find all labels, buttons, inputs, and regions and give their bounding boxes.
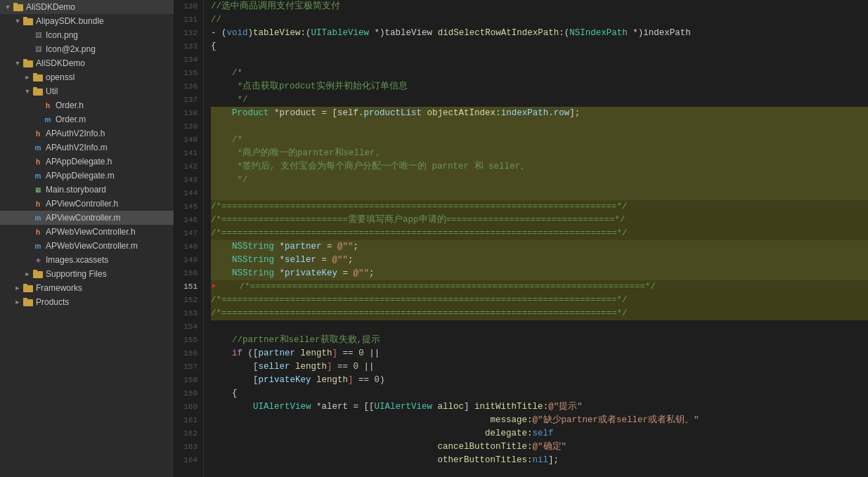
code-line: UIAlertView *alert = [[UIAlertView alloc…: [211, 400, 868, 414]
svg-rect-0: [13, 4, 23, 11]
tree-item-alisdkdemo-root[interactable]: ▼AliSDKDemo: [0, 0, 174, 14]
tree-item-main-storyboard[interactable]: ▦Main.storyboard: [0, 183, 174, 197]
folder-open-icon: [13, 2, 24, 12]
tree-item-openssl[interactable]: ►openssl: [0, 70, 174, 84]
code-line: otherButtonTitles:nil];: [211, 454, 868, 467]
folder-closed-icon: [32, 269, 44, 279]
tree-item-alisdkdemo-group[interactable]: ▼AliSDKDemo: [0, 56, 174, 70]
tree-label: APAppDelegate.h: [46, 157, 174, 166]
folder-open-icon: [32, 86, 44, 96]
tree-label: Icon@2x.png: [46, 44, 174, 54]
line-number: 156: [174, 347, 197, 360]
folder-closed-icon: [22, 297, 34, 307]
tree-item-frameworks[interactable]: ►Frameworks: [0, 281, 174, 295]
m-file-icon: m: [32, 213, 44, 223]
tree-item-apviewcontroller-h[interactable]: hAPViewController.h: [0, 197, 174, 211]
tree-item-images-xcassets[interactable]: ◈Images.xcassets: [0, 253, 174, 267]
line-number: 155: [174, 334, 197, 347]
tree-arrow: [22, 186, 32, 193]
tree-arrow: [22, 200, 32, 207]
line-number: 149: [174, 254, 197, 267]
tree-item-apwebviewcontroller-m[interactable]: mAPWebViewController.m: [0, 239, 174, 253]
code-line: message:@"缺少partner或者seller或者私钥。": [211, 414, 868, 427]
code-line: [seller length] == 0 ||: [211, 360, 868, 374]
tree-item-appappdelegate-m[interactable]: mAPAppDelegate.m: [0, 169, 174, 183]
line-number: 140: [174, 133, 197, 147]
svg-rect-1: [13, 3, 18, 5]
code-content: //选中商品调用支付宝极简支付//- (void)tableView:(UITa…: [204, 0, 868, 477]
tree-arrow: ►: [22, 270, 32, 277]
tree-label: APViewController.h: [46, 199, 174, 209]
code-line: //选中商品调用支付宝极简支付: [211, 0, 868, 13]
code-line: //: [211, 13, 868, 27]
line-number: 148: [174, 240, 197, 254]
tree-arrow: ▼: [13, 18, 22, 25]
svg-rect-11: [33, 270, 37, 272]
storyboard-file-icon: ▦: [32, 185, 44, 195]
line-number: 163: [174, 440, 197, 454]
tree-arrow: ▼: [13, 60, 22, 67]
tree-item-order-m[interactable]: mOrder.m: [0, 112, 174, 126]
line-number: 152: [174, 294, 197, 307]
tree-item-supporting-files[interactable]: ►Supporting Files: [0, 267, 174, 281]
png-file-icon: 🖼: [32, 30, 44, 40]
svg-rect-3: [23, 17, 27, 19]
xcassets-file-icon: ◈: [32, 255, 44, 265]
tree-label: APAppDelegate.m: [46, 171, 174, 181]
folder-closed-icon: [22, 283, 34, 293]
code-line: if ([partner length] == 0 ||: [211, 347, 868, 360]
line-number: 135: [174, 67, 197, 80]
debug-arrow-indicator: ➤: [211, 280, 216, 294]
header-file-icon: h: [32, 227, 44, 237]
tree-label: APViewController.m: [46, 213, 174, 223]
tree-item-icon-png[interactable]: 🖼Icon.png: [0, 28, 174, 42]
tree-item-apwebviewcontroller-h[interactable]: hAPWebViewController.h: [0, 225, 174, 239]
code-line: NSString *privateKey = @"";: [211, 267, 868, 280]
line-number: 153: [174, 307, 197, 320]
tree-item-icon2x-png[interactable]: 🖼Icon@2x.png: [0, 42, 174, 56]
line-number: 154: [174, 320, 197, 334]
code-line: /*======================================…: [211, 200, 868, 214]
line-number: 131: [174, 13, 197, 27]
tree-item-util[interactable]: ▼Util: [0, 84, 174, 98]
tree-item-apauthv2info-h[interactable]: hAPAuthV2Info.h: [0, 126, 174, 141]
svg-rect-12: [23, 285, 33, 292]
code-line: {: [211, 40, 868, 53]
tree-item-products[interactable]: ►Products: [0, 295, 174, 309]
tree-label: AlipaySDK.bundle: [36, 16, 174, 26]
svg-rect-15: [23, 298, 27, 300]
code-line: */: [211, 174, 868, 187]
tree-item-appappdelegate-h[interactable]: hAPAppDelegate.h: [0, 155, 174, 169]
tree-item-apviewcontroller-m[interactable]: mAPViewController.m: [0, 211, 174, 225]
tree-label: AliSDKDemo: [36, 58, 174, 68]
tree-item-alipaysdk-bundle[interactable]: ▼AlipaySDK.bundle: [0, 14, 174, 28]
line-number: 139: [174, 120, 197, 133]
svg-rect-6: [33, 74, 43, 81]
tree-label: Util: [46, 86, 174, 96]
tree-item-order-h[interactable]: hOrder.h: [0, 98, 174, 112]
tree-label: APAuthV2Info.m: [46, 143, 174, 152]
tree-arrow: ►: [22, 74, 32, 81]
tree-item-apauthv2info-m[interactable]: mAPAuthV2Info.m: [0, 141, 174, 155]
line-number: 130: [174, 0, 197, 13]
line-number: 157: [174, 360, 197, 374]
line-number: 138: [174, 107, 197, 120]
tree-arrow: [22, 242, 32, 249]
line-number: 144: [174, 187, 197, 200]
line-number: 150: [174, 267, 197, 280]
svg-rect-14: [23, 299, 33, 306]
line-number: 133: [174, 40, 197, 53]
line-number: 147: [174, 227, 197, 240]
m-file-icon: m: [32, 171, 44, 181]
code-line: *点击获取prodcut实例并初始化订单信息: [211, 80, 868, 93]
file-tree[interactable]: ▼AliSDKDemo▼AlipaySDK.bundle 🖼Icon.png 🖼…: [0, 0, 174, 477]
code-area[interactable]: 1301311321331341351361371381391401411421…: [174, 0, 868, 477]
code-editor: 1301311321331341351361371381391401411421…: [174, 0, 868, 477]
folder-open-icon: [22, 16, 34, 26]
code-line: [privateKey length] == 0): [211, 374, 868, 387]
tree-arrow: ▼: [3, 4, 13, 11]
tree-arrow: [22, 130, 32, 137]
code-line: [211, 187, 868, 200]
m-file-icon: m: [42, 115, 53, 124]
tree-label: Products: [36, 297, 174, 307]
